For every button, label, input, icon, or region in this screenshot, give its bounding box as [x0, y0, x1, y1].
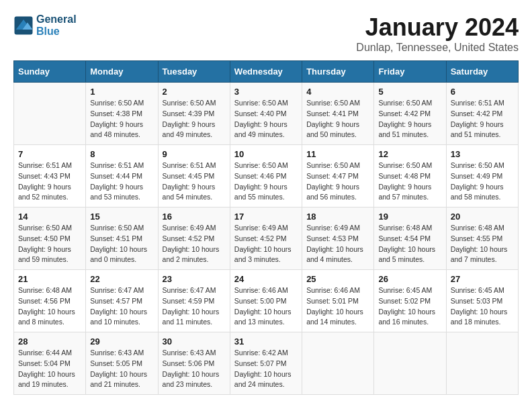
logo-general: General — [36, 13, 77, 26]
calendar-table: SundayMondayTuesdayWednesdayThursdayFrid… — [13, 60, 519, 395]
day-info: Sunrise: 6:48 AM Sunset: 4:56 PM Dayligh… — [18, 285, 81, 328]
calendar-cell: 23Sunrise: 6:47 AM Sunset: 4:59 PM Dayli… — [158, 270, 230, 332]
day-info: Sunrise: 6:50 AM Sunset: 4:41 PM Dayligh… — [306, 98, 369, 140]
day-info: Sunrise: 6:45 AM Sunset: 5:03 PM Dayligh… — [451, 285, 514, 328]
title-area: January 2024 Dunlap, Tennessee, United S… — [356, 13, 519, 54]
day-number: 9 — [163, 149, 226, 159]
day-info: Sunrise: 6:51 AM Sunset: 4:42 PM Dayligh… — [451, 98, 514, 140]
calendar-cell: 18Sunrise: 6:49 AM Sunset: 4:53 PM Dayli… — [302, 208, 374, 270]
day-number: 10 — [234, 149, 298, 159]
day-info: Sunrise: 6:42 AM Sunset: 5:07 PM Dayligh… — [234, 348, 298, 390]
calendar-cell: 1Sunrise: 6:50 AM Sunset: 4:38 PM Daylig… — [86, 83, 158, 145]
day-info: Sunrise: 6:51 AM Sunset: 4:45 PM Dayligh… — [163, 161, 226, 203]
day-number: 26 — [378, 274, 441, 284]
day-info: Sunrise: 6:48 AM Sunset: 4:55 PM Dayligh… — [451, 223, 514, 265]
calendar-cell — [14, 83, 86, 145]
day-info: Sunrise: 6:51 AM Sunset: 4:43 PM Dayligh… — [18, 161, 81, 203]
calendar-cell: 8Sunrise: 6:51 AM Sunset: 4:44 PM Daylig… — [86, 145, 158, 208]
day-number: 12 — [378, 149, 441, 159]
day-info: Sunrise: 6:50 AM Sunset: 4:49 PM Dayligh… — [451, 161, 514, 203]
calendar-cell: 14Sunrise: 6:50 AM Sunset: 4:50 PM Dayli… — [14, 208, 86, 270]
calendar-cell: 16Sunrise: 6:49 AM Sunset: 4:52 PM Dayli… — [158, 208, 230, 270]
day-header-monday: Monday — [86, 61, 158, 83]
day-info: Sunrise: 6:50 AM Sunset: 4:46 PM Dayligh… — [234, 161, 298, 203]
day-header-wednesday: Wednesday — [230, 61, 302, 83]
calendar-cell: 5Sunrise: 6:50 AM Sunset: 4:42 PM Daylig… — [374, 83, 446, 145]
calendar-cell: 9Sunrise: 6:51 AM Sunset: 4:45 PM Daylig… — [158, 145, 230, 208]
day-info: Sunrise: 6:50 AM Sunset: 4:38 PM Dayligh… — [90, 98, 153, 140]
day-number: 19 — [378, 212, 441, 222]
day-number: 18 — [306, 212, 369, 222]
day-number: 6 — [451, 87, 514, 97]
day-number: 25 — [306, 274, 369, 284]
calendar-cell: 27Sunrise: 6:45 AM Sunset: 5:03 PM Dayli… — [446, 270, 518, 332]
calendar-cell: 6Sunrise: 6:51 AM Sunset: 4:42 PM Daylig… — [446, 83, 518, 145]
calendar-cell: 29Sunrise: 6:43 AM Sunset: 5:05 PM Dayli… — [86, 332, 158, 395]
calendar-cell: 4Sunrise: 6:50 AM Sunset: 4:41 PM Daylig… — [302, 83, 374, 145]
day-number: 4 — [306, 87, 369, 97]
day-header-sunday: Sunday — [14, 61, 86, 83]
day-number: 7 — [18, 149, 81, 159]
day-info: Sunrise: 6:47 AM Sunset: 4:59 PM Dayligh… — [163, 285, 226, 328]
calendar-cell: 20Sunrise: 6:48 AM Sunset: 4:55 PM Dayli… — [446, 208, 518, 270]
day-number: 22 — [90, 274, 153, 284]
calendar-cell: 19Sunrise: 6:48 AM Sunset: 4:54 PM Dayli… — [374, 208, 446, 270]
day-number: 13 — [451, 149, 514, 159]
day-number: 23 — [163, 274, 226, 284]
day-number: 2 — [163, 87, 226, 97]
subtitle: Dunlap, Tennessee, United States — [356, 42, 519, 54]
calendar-week-0: 1Sunrise: 6:50 AM Sunset: 4:38 PM Daylig… — [14, 83, 519, 145]
day-number: 17 — [234, 212, 298, 222]
calendar-cell — [302, 332, 374, 395]
calendar-cell — [374, 332, 446, 395]
day-info: Sunrise: 6:50 AM Sunset: 4:50 PM Dayligh… — [18, 223, 81, 265]
day-info: Sunrise: 6:50 AM Sunset: 4:47 PM Dayligh… — [306, 161, 369, 203]
day-header-saturday: Saturday — [446, 61, 518, 83]
main-title: January 2024 — [356, 13, 519, 42]
day-header-thursday: Thursday — [302, 61, 374, 83]
day-info: Sunrise: 6:50 AM Sunset: 4:42 PM Dayligh… — [378, 98, 441, 140]
calendar-cell: 2Sunrise: 6:50 AM Sunset: 4:39 PM Daylig… — [158, 83, 230, 145]
day-number: 29 — [90, 336, 153, 347]
day-info: Sunrise: 6:50 AM Sunset: 4:48 PM Dayligh… — [378, 161, 441, 203]
calendar-cell: 11Sunrise: 6:50 AM Sunset: 4:47 PM Dayli… — [302, 145, 374, 208]
logo: General Blue — [13, 13, 77, 37]
day-number: 5 — [378, 87, 441, 97]
day-info: Sunrise: 6:49 AM Sunset: 4:53 PM Dayligh… — [306, 223, 369, 265]
calendar-cell: 24Sunrise: 6:46 AM Sunset: 5:00 PM Dayli… — [230, 270, 302, 332]
day-number: 20 — [451, 212, 514, 222]
day-info: Sunrise: 6:44 AM Sunset: 5:04 PM Dayligh… — [18, 348, 81, 390]
calendar-week-3: 21Sunrise: 6:48 AM Sunset: 4:56 PM Dayli… — [14, 270, 519, 332]
day-info: Sunrise: 6:50 AM Sunset: 4:39 PM Dayligh… — [163, 98, 226, 140]
day-number: 31 — [234, 336, 298, 347]
day-info: Sunrise: 6:51 AM Sunset: 4:44 PM Dayligh… — [90, 161, 153, 203]
calendar-cell: 25Sunrise: 6:46 AM Sunset: 5:01 PM Dayli… — [302, 270, 374, 332]
calendar-cell: 28Sunrise: 6:44 AM Sunset: 5:04 PM Dayli… — [14, 332, 86, 395]
day-number: 16 — [163, 212, 226, 222]
calendar-cell: 21Sunrise: 6:48 AM Sunset: 4:56 PM Dayli… — [14, 270, 86, 332]
day-number: 28 — [18, 336, 81, 347]
calendar-cell: 3Sunrise: 6:50 AM Sunset: 4:40 PM Daylig… — [230, 83, 302, 145]
calendar-week-2: 14Sunrise: 6:50 AM Sunset: 4:50 PM Dayli… — [14, 208, 519, 270]
calendar-cell: 30Sunrise: 6:43 AM Sunset: 5:06 PM Dayli… — [158, 332, 230, 395]
header-row: SundayMondayTuesdayWednesdayThursdayFrid… — [14, 61, 519, 83]
day-number: 15 — [90, 212, 153, 222]
day-number: 8 — [90, 149, 153, 159]
day-number: 3 — [234, 87, 298, 97]
calendar-cell: 22Sunrise: 6:47 AM Sunset: 4:57 PM Dayli… — [86, 270, 158, 332]
day-info: Sunrise: 6:45 AM Sunset: 5:02 PM Dayligh… — [378, 285, 441, 328]
day-info: Sunrise: 6:46 AM Sunset: 5:00 PM Dayligh… — [234, 285, 298, 328]
logo-icon — [13, 15, 34, 36]
calendar-cell: 31Sunrise: 6:42 AM Sunset: 5:07 PM Dayli… — [230, 332, 302, 395]
calendar-cell: 13Sunrise: 6:50 AM Sunset: 4:49 PM Dayli… — [446, 145, 518, 208]
calendar-cell: 26Sunrise: 6:45 AM Sunset: 5:02 PM Dayli… — [374, 270, 446, 332]
day-info: Sunrise: 6:48 AM Sunset: 4:54 PM Dayligh… — [378, 223, 441, 265]
day-info: Sunrise: 6:49 AM Sunset: 4:52 PM Dayligh… — [234, 223, 298, 265]
day-number: 14 — [18, 212, 81, 222]
day-number: 21 — [18, 274, 81, 284]
calendar-body: 1Sunrise: 6:50 AM Sunset: 4:38 PM Daylig… — [14, 83, 519, 395]
calendar-cell: 12Sunrise: 6:50 AM Sunset: 4:48 PM Dayli… — [374, 145, 446, 208]
calendar-cell: 7Sunrise: 6:51 AM Sunset: 4:43 PM Daylig… — [14, 145, 86, 208]
day-number: 11 — [306, 149, 369, 159]
day-info: Sunrise: 6:43 AM Sunset: 5:06 PM Dayligh… — [163, 348, 226, 390]
